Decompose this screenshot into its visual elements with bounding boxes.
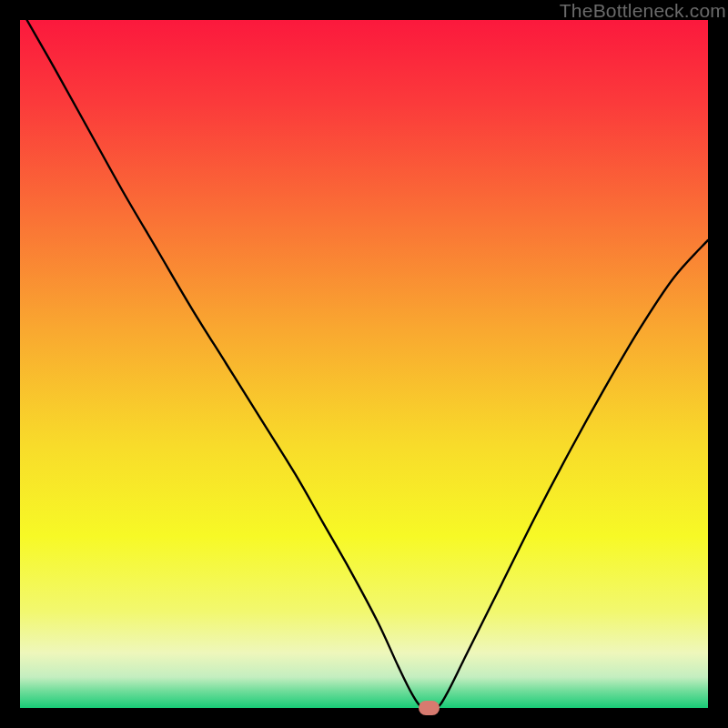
plot-area	[20, 20, 708, 708]
chart-frame	[20, 20, 708, 708]
bottleneck-curve	[20, 20, 708, 708]
optimal-marker	[419, 701, 440, 714]
watermark-text: TheBottleneck.com	[560, 0, 726, 22]
